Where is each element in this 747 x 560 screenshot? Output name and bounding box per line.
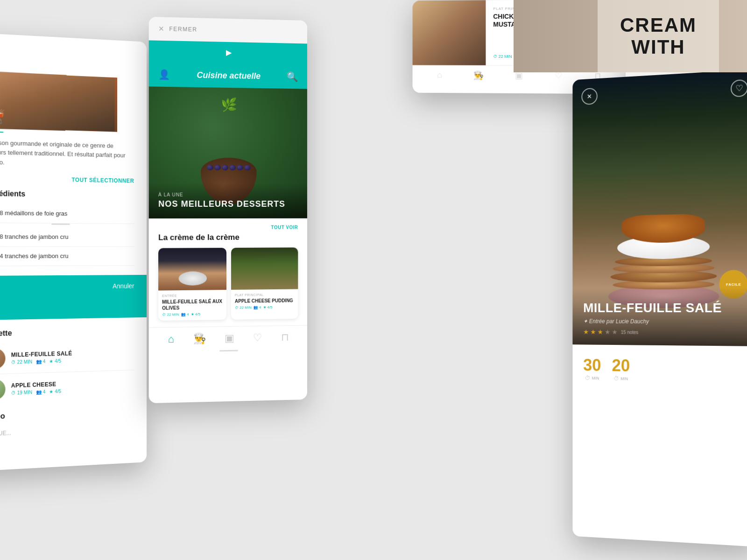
ingredient-3-text: 4 tranches de jambon cru: [0, 252, 69, 259]
hero-overlay-text: MILLE-FEUILLE SALÉ ✦ Entrée par Lucie Da…: [572, 287, 747, 346]
mini-meta-2: ⏱ 22 MIN 👥 4 ★ 4/5: [235, 305, 295, 310]
mini-info-2: PLAT PRINCIPAL APPLE CHEESE PUDDING ⏱ 22…: [231, 289, 298, 314]
main-app-card: ✕ FERMER ▶ 👤 Cuisine actuelle 🔍 🌿 À la u…: [149, 17, 307, 403]
annuler-button[interactable]: Annuler: [113, 282, 134, 290]
recipe-detail-card: 🫙 🥣 🫕 BLONDIE DE L'ÉTÉ Joubert sybille c…: [0, 33, 147, 472]
chef-icon[interactable]: 👨‍🍳: [473, 70, 484, 81]
time-label-1: ⏱ MIN: [585, 375, 599, 381]
bottom-nav: ⌂ 👨‍🍳 ▣ ♡ ⊓: [149, 325, 307, 351]
mini-servings-2: 👥 4: [254, 305, 261, 309]
mille-feuille-card: ✕ ♡ FACILE MILLE-FEUILLE SALÉ ✦ Entrée p…: [572, 69, 747, 547]
tout-voir-link[interactable]: TOUT VOIR: [158, 225, 298, 231]
mini-photo-1: [158, 248, 226, 290]
recette-servings-1: 👥 4: [36, 359, 45, 364]
search-icon-header[interactable]: 🔍: [287, 71, 298, 82]
time-value-2: 20: [612, 356, 630, 376]
feature-overlay-text: À la une NOS MEILLEURS DESSERTS: [149, 182, 307, 218]
feature-photo: 🌿 À la une NOS MEILLEURS DESSERTS: [149, 86, 307, 218]
time-label-2: ⏱ MIN: [614, 375, 628, 382]
star-4: ★: [605, 328, 611, 336]
mini-recipe-2[interactable]: PLAT PRINCIPAL APPLE CHEESE PUDDING ⏱ 22…: [231, 247, 298, 320]
hero-recipe-subtitle: ✦ Entrée par Lucie Dauchy: [583, 318, 746, 325]
time-details-area: 30 ⏱ MIN 20 ⏱ MIN: [572, 344, 747, 392]
ingredients-section: Ingrédients 8 médaillons de foie gras 8 …: [0, 189, 134, 266]
recette-name-1: MILLE-FEUILLE SALÉ: [11, 350, 72, 358]
recette-info-1: MILLE-FEUILLE SALÉ ⏱ 22 MIN 👥 4 ★ 4/5: [11, 350, 72, 365]
mini-name-1: MILLE-FEUILLE SALÉ AUX OLIVES: [162, 298, 223, 311]
recette-thumb-1: [0, 348, 6, 370]
fridge-nav-icon[interactable]: ▣: [225, 332, 234, 344]
heart-nav-icon[interactable]: ♡: [253, 332, 262, 344]
recipe-top-photo: 🫙 🥣 🫕: [0, 69, 117, 132]
ingredient-1-text: 8 médaillons de foie gras: [0, 210, 67, 217]
bag-nav-icon[interactable]: ⊓: [281, 331, 289, 343]
recette-item-1[interactable]: MILLE-FEUILLE SALÉ ⏱ 22 MIN 👥 4 ★ 4/5: [0, 340, 134, 374]
ingredient-2[interactable]: 8 tranches de jambon cru: [0, 227, 134, 247]
app-title-header: Cuisine actuelle: [197, 70, 261, 81]
hero-photo-area: ✕ ♡ FACILE MILLE-FEUILLE SALÉ ✦ Entrée p…: [572, 69, 747, 346]
recipe-grid: ENTRÉE MILLE-FEUILLE SALÉ AUX OLIVES ⏱ 2…: [158, 247, 298, 321]
x-icon[interactable]: ✕: [158, 25, 164, 33]
teal-divider: [0, 131, 3, 133]
nos-meilleurs-title: NOS MEILLEURS DESSERTS: [158, 199, 298, 209]
ingredients-title: Ingrédients: [0, 189, 134, 200]
recette-time-2: ⏱ 19 MIN: [11, 390, 32, 396]
video-section-title: Vidéo: [0, 407, 134, 421]
app-header: 👤 Cuisine actuelle 🔍: [149, 62, 307, 89]
ingredient-3[interactable]: ✓ 4 tranches de jambon cru: [0, 247, 134, 266]
section-content-area: TOUT VOIR La crème de la crème ENTRÉE MI…: [149, 218, 307, 328]
time-meta: ⏱ 22 MIN: [493, 54, 512, 59]
fermer-label[interactable]: FERMER: [169, 26, 197, 33]
clock-icon-2: ⏱: [614, 375, 620, 382]
mini-photo-2: [231, 247, 298, 290]
time-unit-label-1: MIN: [592, 376, 599, 380]
mini-name-2: APPLE CHEESE PUDDING: [235, 297, 295, 304]
star-5: ★: [612, 328, 618, 336]
clock-icon-1: ⏱: [585, 375, 590, 381]
fermer-bar: ✕ FERMER: [149, 17, 307, 44]
recette-time-1: ⏱ 22 MIN: [11, 359, 32, 365]
mini-servings-1: 👥 4: [181, 312, 189, 316]
time-item-1: 30 ⏱ MIN: [583, 356, 601, 382]
time-value-1: 30: [583, 356, 601, 375]
recette-item-2[interactable]: APPLE CHEESE ⏱ 19 MIN 👥 4 ★ 4/5: [0, 370, 134, 405]
cream-with-text: CREAM WiTh: [598, 14, 719, 57]
recette-section: Recette MILLE-FEUILLE SALÉ ⏱ 22 MIN 👥 4 …: [0, 317, 147, 432]
mini-recipe-1[interactable]: ENTRÉE MILLE-FEUILLE SALÉ AUX OLIVES ⏱ 2…: [158, 248, 226, 321]
a-la-une-label: À la une: [158, 192, 298, 198]
user-icon-header[interactable]: 👤: [158, 69, 170, 80]
ingredient-1[interactable]: 8 médaillons de foie gras: [0, 203, 134, 224]
recette-meta-2: ⏱ 19 MIN 👥 4 ★ 4/5: [11, 389, 61, 396]
home-nav-icon[interactable]: ⌂: [168, 333, 174, 345]
stars-row: ★ ★ ★ ★ ★ 15 notes: [583, 328, 746, 336]
leaves-decor: 🌿: [221, 97, 237, 112]
ingredient-2-text: 8 tranches de jambon cru: [0, 233, 69, 241]
time-row: 30 ⏱ MIN 20 ⏱ MIN: [583, 356, 746, 384]
home-icon[interactable]: ⌂: [437, 70, 442, 80]
recette-meta-1: ⏱ 22 MIN 👥 4 ★ 4/5: [11, 358, 72, 365]
green-action-btn[interactable]: ▶: [149, 40, 307, 65]
chef-nav-icon[interactable]: 👨‍🍳: [193, 333, 206, 345]
creme-section-title: La crème de la crème: [158, 233, 298, 243]
mini-info-1: ENTRÉE MILLE-FEUILLE SALÉ AUX OLIVES ⏱ 2…: [158, 290, 226, 321]
search-letter-bar: M: [0, 297, 147, 320]
food-stack-decor: [604, 166, 724, 308]
hero-recipe-title: MILLE-FEUILLE SALÉ: [583, 301, 746, 315]
tout-selectionner-link[interactable]: TOUT SÉLECTIONNER: [0, 175, 134, 184]
star-3: ★: [598, 328, 603, 336]
cream-with-overlay: CREAM WiTh: [598, 0, 719, 72]
star-1: ★: [583, 328, 589, 336]
time-unit-label-2: MIN: [620, 376, 628, 381]
recette-name-2: APPLE CHEESE: [11, 381, 61, 389]
mini-category-1: ENTRÉE: [162, 294, 223, 297]
mini-time-1: ⏱ 22 MIN: [162, 312, 179, 317]
recette-info-2: APPLE CHEESE ⏱ 19 MIN 👥 4 ★ 4/5: [11, 381, 61, 396]
mini-rating-1: ★ 4/5: [191, 312, 200, 316]
mini-meta-1: ⏱ 22 MIN 👥 4 ★ 4/5: [162, 312, 223, 317]
hero-heart-btn[interactable]: ♡: [731, 79, 747, 98]
mini-rating-2: ★ 4/5: [263, 305, 272, 309]
scroll-indicator-1: [51, 224, 70, 225]
time-item-2: 20 ⏱ MIN: [612, 356, 630, 382]
recipe-description: clinaison gourmande et originale de ce g…: [0, 138, 134, 170]
recette-thumb-2: [0, 379, 6, 400]
